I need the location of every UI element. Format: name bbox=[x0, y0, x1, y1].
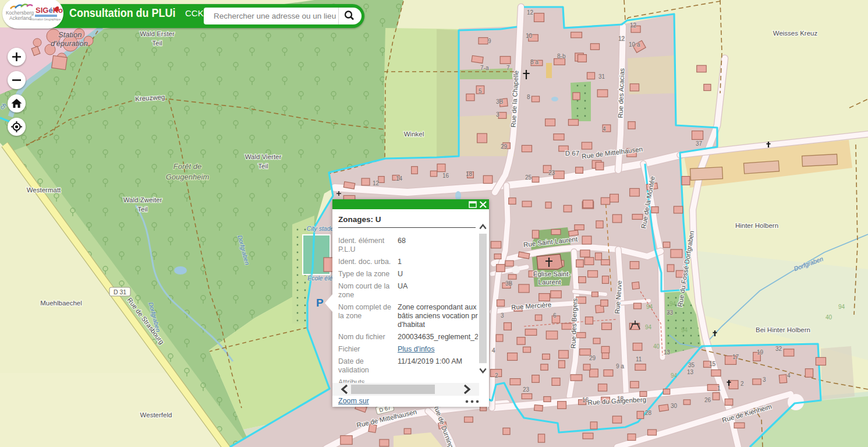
svg-text:94: 94 bbox=[671, 372, 678, 379]
svg-text:26: 26 bbox=[704, 397, 711, 403]
svg-text:4: 4 bbox=[492, 347, 495, 354]
svg-text:8-b: 8-b bbox=[557, 53, 566, 59]
svg-text:94: 94 bbox=[645, 324, 652, 330]
svg-text:16: 16 bbox=[442, 173, 449, 179]
svg-text:31: 31 bbox=[598, 73, 605, 80]
svg-text:8: 8 bbox=[527, 94, 530, 100]
svg-text:9 a: 9 a bbox=[616, 363, 624, 369]
svg-text:94: 94 bbox=[646, 304, 653, 310]
svg-text:Westerfeld: Westerfeld bbox=[140, 411, 172, 418]
svg-text:Wald Vierter: Wald Vierter bbox=[245, 153, 282, 160]
svg-text:4: 4 bbox=[787, 372, 791, 379]
svg-text:10 a: 10 a bbox=[629, 41, 640, 48]
svg-text:9: 9 bbox=[488, 38, 491, 44]
svg-text:Teil: Teil bbox=[137, 206, 147, 213]
svg-text:94: 94 bbox=[669, 301, 676, 307]
svg-text:P: P bbox=[316, 297, 324, 309]
svg-text:D 67: D 67 bbox=[565, 150, 579, 157]
svg-text:30: 30 bbox=[671, 403, 678, 409]
svg-text:40: 40 bbox=[653, 343, 660, 350]
svg-text:Laurent: Laurent bbox=[538, 279, 561, 286]
svg-text:Wald Zweiter: Wald Zweiter bbox=[123, 196, 162, 203]
svg-text:28: 28 bbox=[645, 410, 652, 416]
svg-text:23: 23 bbox=[548, 170, 555, 176]
svg-text:3: 3 bbox=[501, 312, 504, 319]
svg-text:Information Géographique: Information Géographique bbox=[30, 18, 61, 21]
svg-text:15: 15 bbox=[709, 361, 716, 367]
svg-text:SIGéKo: SIGéKo bbox=[36, 6, 63, 15]
svg-text:3: 3 bbox=[496, 111, 499, 118]
svg-text:Weisses Kreuz: Weisses Kreuz bbox=[773, 30, 818, 37]
svg-text:1: 1 bbox=[717, 385, 721, 392]
svg-text:16: 16 bbox=[582, 397, 589, 403]
svg-text:Hinter Holbern: Hinter Holbern bbox=[735, 222, 778, 229]
svg-text:7: 7 bbox=[506, 65, 510, 71]
svg-text:Station: Station bbox=[58, 30, 82, 39]
svg-text:12: 12 bbox=[373, 180, 380, 186]
svg-text:Muehlbaechel: Muehlbaechel bbox=[40, 300, 82, 307]
svg-text:10: 10 bbox=[526, 33, 533, 39]
svg-text:94: 94 bbox=[838, 304, 845, 310]
svg-text:Bei Hinter Holbern: Bei Hinter Holbern bbox=[756, 326, 810, 333]
svg-text:Église Saint-: Église Saint- bbox=[533, 270, 571, 277]
svg-text:2: 2 bbox=[495, 372, 498, 379]
svg-text:13: 13 bbox=[664, 349, 671, 356]
svg-text:18: 18 bbox=[617, 396, 624, 402]
svg-text:8 a: 8 a bbox=[530, 59, 538, 65]
svg-text:12: 12 bbox=[527, 9, 534, 16]
svg-text:23: 23 bbox=[523, 386, 530, 393]
svg-text:Teil: Teil bbox=[152, 40, 162, 47]
svg-text:25: 25 bbox=[525, 174, 532, 181]
svg-text:Ackerland: Ackerland bbox=[9, 15, 31, 21]
svg-text:18: 18 bbox=[466, 171, 473, 177]
svg-text:29: 29 bbox=[589, 355, 596, 361]
svg-text:19: 19 bbox=[757, 349, 764, 356]
svg-text:4: 4 bbox=[603, 126, 606, 132]
svg-text:Winkel: Winkel bbox=[404, 131, 424, 138]
svg-text:40: 40 bbox=[826, 314, 832, 321]
svg-text:13: 13 bbox=[687, 369, 694, 375]
svg-text:Teil: Teil bbox=[258, 163, 268, 170]
svg-text:3B: 3B bbox=[505, 280, 513, 287]
svg-text:37: 37 bbox=[696, 140, 703, 147]
svg-text:Gougenheim: Gougenheim bbox=[166, 173, 210, 181]
svg-text:D 31: D 31 bbox=[114, 288, 126, 295]
svg-text:11: 11 bbox=[636, 356, 642, 362]
svg-text:5: 5 bbox=[479, 88, 482, 94]
svg-text:Forêt de: Forêt de bbox=[173, 162, 201, 171]
svg-text:12: 12 bbox=[630, 22, 637, 29]
svg-text:6: 6 bbox=[553, 312, 557, 319]
svg-text:7-a: 7-a bbox=[480, 65, 489, 71]
svg-text:Westermatt: Westermatt bbox=[27, 186, 61, 193]
svg-text:City stade: City stade bbox=[307, 225, 334, 232]
svg-text:2: 2 bbox=[741, 381, 744, 387]
svg-text:3B: 3B bbox=[496, 98, 504, 105]
svg-text:d'épuration: d'épuration bbox=[51, 39, 88, 48]
svg-text:32: 32 bbox=[775, 346, 782, 352]
svg-text:17: 17 bbox=[732, 354, 739, 360]
svg-text:3: 3 bbox=[763, 376, 766, 383]
svg-text:Wald Erster: Wald Erster bbox=[140, 30, 175, 37]
svg-text:14: 14 bbox=[396, 175, 403, 182]
svg-text:29: 29 bbox=[501, 143, 508, 150]
svg-text:12: 12 bbox=[618, 36, 625, 42]
svg-text:33: 33 bbox=[667, 309, 674, 316]
svg-text:94: 94 bbox=[681, 327, 688, 333]
svg-text:35: 35 bbox=[688, 362, 695, 368]
